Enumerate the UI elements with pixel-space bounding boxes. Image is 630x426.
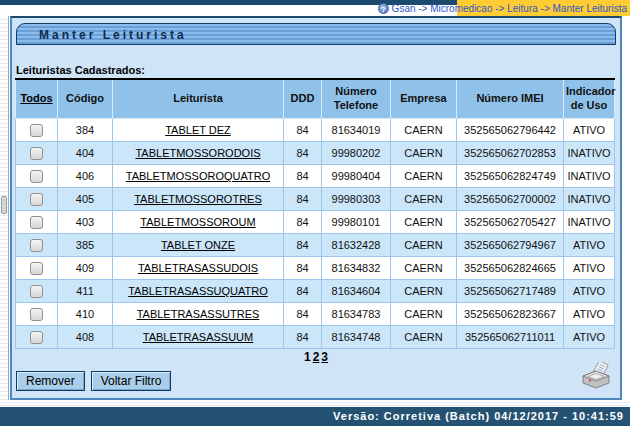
row-select-checkbox[interactable]	[30, 308, 43, 321]
table-row: 384 TABLET DEZ 84 81634019 CAERN 3525650…	[16, 119, 615, 142]
row-select-checkbox[interactable]	[30, 331, 43, 344]
cell-empresa: CAERN	[391, 165, 457, 188]
cell-imei: 352565062824749	[457, 165, 564, 188]
menu-expand-handle[interactable]	[1, 196, 7, 214]
cell-select	[16, 303, 58, 326]
cell-telefone: 81634019	[322, 119, 391, 142]
cell-leiturista: TABLETMOSSOROUM	[113, 211, 284, 234]
row-select-checkbox[interactable]	[30, 216, 43, 229]
cell-leiturista: TABLET DEZ	[113, 119, 284, 142]
leiturista-link[interactable]: TABLETMOSSOROTRES	[134, 193, 262, 205]
cell-indicador: INATIVO	[564, 188, 615, 211]
row-select-checkbox[interactable]	[30, 262, 43, 275]
table-header-row: Todos Código Leiturista DDD Número Telef…	[16, 79, 615, 119]
cell-empresa: CAERN	[391, 211, 457, 234]
breadcrumb: ? Gsan -> Micromedicao -> Leitura -> Man…	[378, 2, 627, 15]
collapsed-menu-sliver[interactable]	[0, 16, 9, 400]
header-codigo: Código	[58, 79, 113, 119]
table-row: 411 TABLETRASASSUQUATRO 84 81634604 CAER…	[16, 280, 615, 303]
cell-select	[16, 211, 58, 234]
header-ddd: DDD	[284, 79, 322, 119]
bottom-strip	[0, 400, 630, 407]
table-body: 384 TABLET DEZ 84 81634019 CAERN 3525650…	[16, 119, 615, 349]
row-select-checkbox[interactable]	[30, 147, 43, 160]
cell-codigo: 404	[58, 142, 113, 165]
row-select-checkbox[interactable]	[30, 170, 43, 183]
pagination-page-3[interactable]: 3	[321, 350, 328, 364]
cell-telefone: 99980404	[322, 165, 391, 188]
leiturista-link[interactable]: TABLETRASASSUTRES	[137, 308, 260, 320]
cell-empresa: CAERN	[391, 326, 457, 349]
cell-imei: 352565062796442	[457, 119, 564, 142]
cell-imei: 352565062823667	[457, 303, 564, 326]
leiturista-link[interactable]: TABLET ONZE	[161, 239, 235, 251]
cell-select	[16, 119, 58, 142]
table-row: 405 TABLETMOSSOROTRES 84 99980303 CAERN …	[16, 188, 615, 211]
cell-indicador: INATIVO	[564, 165, 615, 188]
cell-indicador: ATIVO	[564, 234, 615, 257]
row-select-checkbox[interactable]	[30, 239, 43, 252]
table-row: 404 TABLETMOSSORODOIS 84 99980202 CAERN …	[16, 142, 615, 165]
cell-select	[16, 257, 58, 280]
leiturista-link[interactable]: TABLET DEZ	[165, 124, 231, 136]
row-select-checkbox[interactable]	[30, 285, 43, 298]
cell-indicador: ATIVO	[564, 257, 615, 280]
help-icon[interactable]: ?	[378, 3, 389, 14]
cell-ddd: 84	[284, 142, 322, 165]
row-select-checkbox[interactable]	[30, 193, 43, 206]
pagination-current: 1	[304, 350, 311, 364]
leiturista-link[interactable]: TABLETRASASSUUM	[143, 331, 253, 343]
cell-empresa: CAERN	[391, 257, 457, 280]
header-leiturista: Leiturista	[113, 79, 284, 119]
table-row: 385 TABLET ONZE 84 81632428 CAERN 352565…	[16, 234, 615, 257]
cell-empresa: CAERN	[391, 280, 457, 303]
remover-button[interactable]: Remover	[16, 371, 85, 391]
cell-telefone: 81634783	[322, 303, 391, 326]
pagination-page-2[interactable]: 2	[313, 350, 320, 364]
cell-select	[16, 188, 58, 211]
cell-telefone: 99980202	[322, 142, 391, 165]
cell-select	[16, 142, 58, 165]
cell-imei: 352565062794967	[457, 234, 564, 257]
cell-select	[16, 280, 58, 303]
page-title: Manter Leiturista	[16, 23, 616, 45]
cell-leiturista: TABLETRASASSUQUATRO	[113, 280, 284, 303]
voltar-filtro-button[interactable]: Voltar Filtro	[91, 371, 172, 391]
version-bar: Versão: Corretiva (Batch) 04/12/2017 - 1…	[0, 407, 630, 426]
cell-leiturista: TABLETRASASSUDOIS	[113, 257, 284, 280]
cell-ddd: 84	[284, 257, 322, 280]
printer-icon[interactable]	[580, 362, 612, 390]
cell-select	[16, 165, 58, 188]
select-all-link[interactable]: Todos	[20, 92, 52, 104]
cell-leiturista: TABLETRASASSUTRES	[113, 303, 284, 326]
leiturista-link[interactable]: TABLETRASASSUDOIS	[138, 262, 258, 274]
leiturista-link[interactable]: TABLETMOSSOROUM	[140, 216, 255, 228]
cell-indicador: ATIVO	[564, 326, 615, 349]
cell-imei: 352565062717489	[457, 280, 564, 303]
leiturista-link[interactable]: TABLETMOSSORODOIS	[135, 147, 260, 159]
pagination: 123	[12, 350, 620, 364]
cell-codigo: 409	[58, 257, 113, 280]
cell-imei: 352565062824665	[457, 257, 564, 280]
cell-indicador: INATIVO	[564, 142, 615, 165]
cell-codigo: 406	[58, 165, 113, 188]
gsan-window: ? Gsan -> Micromedicao -> Leitura -> Man…	[0, 0, 630, 426]
section-label: Leituristas Cadastrados:	[16, 64, 145, 76]
cell-ddd: 84	[284, 119, 322, 142]
leiturista-link[interactable]: TABLETMOSSOROQUATRO	[126, 170, 270, 182]
cell-imei: 352565062711011	[457, 326, 564, 349]
row-select-checkbox[interactable]	[30, 124, 43, 137]
cell-imei: 352565062702853	[457, 142, 564, 165]
cell-ddd: 84	[284, 165, 322, 188]
header-indicador: Indicador de Uso	[564, 79, 615, 119]
leituristas-table: Todos Código Leiturista DDD Número Telef…	[15, 78, 615, 349]
actions: Remover Voltar Filtro	[16, 371, 171, 391]
table-row: 410 TABLETRASASSUTRES 84 81634783 CAERN …	[16, 303, 615, 326]
cell-indicador: ATIVO	[564, 303, 615, 326]
cell-telefone: 99980303	[322, 188, 391, 211]
cell-codigo: 385	[58, 234, 113, 257]
cell-leiturista: TABLETMOSSOROQUATRO	[113, 165, 284, 188]
content-panel: Manter Leiturista Leituristas Cadastrado…	[10, 16, 622, 400]
leiturista-link[interactable]: TABLETRASASSUQUATRO	[128, 285, 268, 297]
cell-telefone: 99980101	[322, 211, 391, 234]
